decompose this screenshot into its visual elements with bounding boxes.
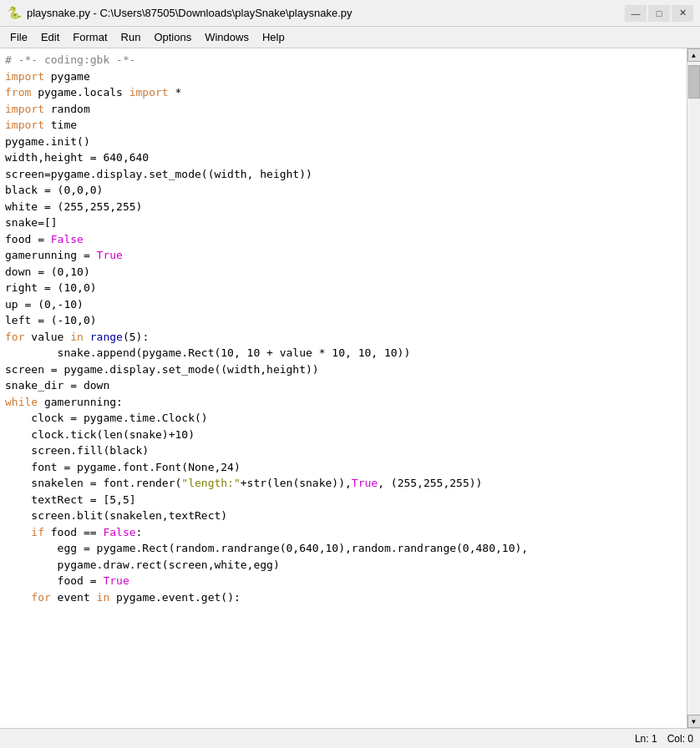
menu-run[interactable]: Run (114, 29, 148, 45)
editor-container: # -*- coding:gbk -*- import pygame from … (0, 48, 700, 728)
scroll-down-button[interactable]: ▼ (687, 715, 701, 728)
line-37: egg = pygame.Rect(random.randrange(0,640… (5, 540, 687, 557)
line-4: import random (5, 101, 687, 118)
title-bar: 🐍 playsnake.py - C:\Users\87505\Download… (0, 0, 700, 27)
menu-bar: File Edit Format Run Options Windows Hel… (0, 27, 700, 48)
menu-edit[interactable]: Edit (34, 29, 66, 45)
menu-options[interactable]: Options (147, 29, 198, 45)
line-28: clock.tick(len(snake)+10) (5, 427, 687, 443)
menu-file[interactable]: File (3, 29, 34, 45)
menu-windows[interactable]: Windows (198, 29, 256, 45)
line-18: right = (10,0) (5, 280, 687, 296)
line-19: up = (0,-10) (5, 296, 687, 313)
minimize-button[interactable]: — (625, 5, 647, 22)
code-editor[interactable]: # -*- coding:gbk -*- import pygame from … (0, 48, 687, 728)
maximize-button[interactable]: □ (648, 5, 670, 22)
line-12: white = (255,255,255) (5, 199, 687, 215)
line-29: screen.fill(black) (5, 442, 687, 459)
line-27: clock = pygame.time.Clock() (5, 410, 687, 427)
title-text: playsnake.py - C:\Users\87505\Downloads\… (27, 7, 625, 19)
line-5: import time (5, 117, 687, 134)
line-15: gamerunning = True (5, 247, 687, 264)
line-22: for value in range(5): (5, 329, 687, 346)
line-17: down = (0,10) (5, 264, 687, 280)
line-39: food = True (5, 573, 687, 589)
line-38: pygame.draw.rect(screen,white,egg) (5, 557, 687, 574)
line-14: food = False (5, 231, 687, 248)
scrollbar-vertical[interactable]: ▲ ▼ (687, 48, 700, 728)
col-number: Col: 0 (667, 733, 693, 745)
line-36: if food == False: (5, 524, 687, 541)
line-34: screen.blit(snakelen,textRect) (5, 508, 687, 524)
line-13: snake=[] (5, 215, 687, 231)
menu-format[interactable]: Format (66, 29, 114, 45)
line-9: screen=pygame.display.set_mode((width, h… (5, 166, 687, 183)
line-2: import pygame (5, 68, 687, 85)
line-20: left = (-10,0) (5, 312, 687, 329)
scroll-thumb[interactable] (688, 65, 700, 99)
status-bar: Ln: 1 Col: 0 (0, 728, 700, 748)
line-23: snake.append(pygame.Rect(10, 10 + value … (5, 345, 687, 361)
line-33: textRect = [5,5] (5, 492, 687, 508)
app-icon: 🐍 (7, 6, 22, 21)
window-controls: — □ ✕ (625, 5, 693, 22)
line-number: Ln: 1 (635, 733, 657, 745)
scroll-track[interactable] (687, 62, 700, 715)
line-25: snake_dir = down (5, 377, 687, 394)
line-1: # -*- coding:gbk -*- (5, 52, 687, 68)
line-7: pygame.init() (5, 134, 687, 150)
line-40: for event in pygame.event.get(): (5, 589, 687, 606)
close-button[interactable]: ✕ (672, 5, 693, 22)
line-31: font = pygame.font.Font(None,24) (5, 459, 687, 476)
line-32: snakelen = font.render("length:"+str(len… (5, 475, 687, 492)
line-24: screen = pygame.display.set_mode((width,… (5, 361, 687, 378)
line-3: from pygame.locals import * (5, 84, 687, 101)
scroll-up-button[interactable]: ▲ (687, 48, 701, 62)
line-8: width,height = 640,640 (5, 149, 687, 166)
line-26: while gamerunning: (5, 394, 687, 411)
line-11: black = (0,0,0) (5, 182, 687, 199)
menu-help[interactable]: Help (256, 29, 292, 45)
